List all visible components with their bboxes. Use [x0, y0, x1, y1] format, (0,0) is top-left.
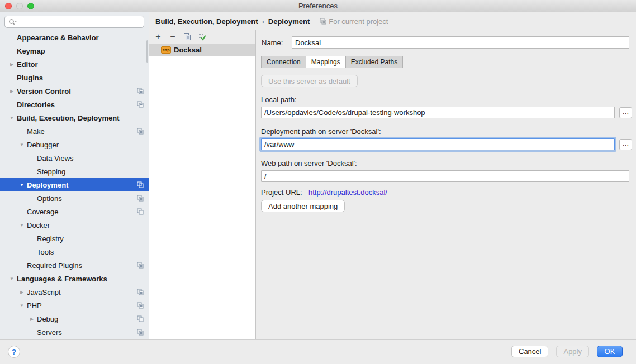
copy-server-button[interactable] — [181, 31, 193, 42]
project-url-link[interactable]: http://drupaltest.docksal/ — [308, 188, 387, 197]
sidebar-item-docker[interactable]: ▼Docker — [0, 218, 149, 232]
server-item-docksal[interactable]: sftpDocksal — [149, 44, 255, 56]
local-path-input[interactable] — [261, 107, 615, 118]
ok-button[interactable]: OK — [597, 346, 623, 357]
sidebar-item-label: Version Control — [17, 87, 71, 95]
sidebar-item-php[interactable]: ▼PHP — [0, 299, 149, 312]
tab-connection[interactable]: Connection — [261, 56, 306, 68]
zoom-window-button[interactable] — [27, 3, 34, 9]
for-current-project-icon — [137, 329, 144, 336]
chevron-right-icon[interactable]: ▶ — [17, 290, 27, 295]
sidebar-item-version-control[interactable]: ▶Version Control — [0, 84, 149, 98]
breadcrumb-current: Deployment — [268, 17, 310, 26]
sidebar-item-label: Required Plugins — [27, 261, 82, 270]
chevron-down-icon[interactable]: ▼ — [7, 276, 17, 281]
chevron-down-icon[interactable]: ▼ — [7, 116, 17, 121]
sidebar-item-keymap[interactable]: Keymap — [0, 44, 149, 58]
search-box[interactable] — [4, 16, 144, 28]
tab-mappings[interactable]: Mappings — [306, 56, 345, 68]
for-current-project-icon — [137, 289, 144, 295]
breadcrumb-parent[interactable]: Build, Execution, Deployment — [155, 17, 258, 26]
for-current-project-icon — [137, 88, 144, 94]
sftp-icon: sftp — [161, 46, 171, 54]
local-path-label: Local path: — [261, 95, 297, 104]
sidebar-item-data-views[interactable]: Data Views — [0, 151, 149, 165]
sidebar-item-appearance-behavior[interactable]: Appearance & Behavior — [0, 31, 149, 44]
chevron-right-icon[interactable]: ▶ — [7, 62, 17, 67]
for-current-project-icon — [137, 195, 144, 202]
sidebar-item-label: Stepping — [37, 167, 65, 176]
breadcrumb: Build, Execution, Deployment › Deploymen… — [149, 12, 636, 30]
apply-button[interactable]: Apply — [556, 346, 589, 357]
chevron-right-icon[interactable]: ▶ — [7, 89, 17, 94]
sidebar-item-label: JavaScript — [27, 288, 61, 296]
sidebar-item-registry[interactable]: Registry — [0, 232, 149, 245]
chevron-right-icon[interactable]: ▶ — [27, 317, 37, 322]
tab-excluded-paths[interactable]: Excluded Paths — [345, 56, 403, 68]
sidebar-item-coverage[interactable]: Coverage — [0, 205, 149, 218]
sidebar-item-label: Debug — [37, 315, 58, 323]
scope-label: For current project — [329, 17, 388, 26]
remove-server-button[interactable]: − — [167, 31, 179, 42]
sidebar-item-required-plugins[interactable]: Required Plugins — [0, 258, 149, 272]
local-path-browse-button[interactable]: … — [619, 107, 632, 118]
sidebar-item-deployment[interactable]: ▼Deployment — [0, 178, 149, 191]
copy-icon — [183, 33, 191, 41]
sidebar-item-build-execution-deployment[interactable]: ▼Build, Execution, Deployment — [0, 111, 149, 124]
deployment-path-label: Deployment path on server 'Docksal': — [261, 127, 381, 136]
sidebar-item-label: Servers — [37, 328, 62, 337]
server-item-label: Docksal — [174, 46, 202, 54]
sidebar-item-debugger[interactable]: ▼Debugger — [0, 138, 149, 151]
sidebar-item-label: Keymap — [17, 47, 45, 55]
sidebar-item-stepping[interactable]: Stepping — [0, 165, 149, 178]
for-current-project-icon — [137, 315, 144, 322]
sidebar-item-debug[interactable]: ▶Debug — [0, 312, 149, 325]
sidebar-item-options[interactable]: Options — [0, 191, 149, 205]
search-input[interactable] — [19, 18, 140, 26]
sidebar-item-label: Debugger — [27, 141, 59, 149]
settings-sidebar: Appearance & BehaviorKeymap▶EditorPlugin… — [0, 12, 149, 339]
deployment-path-input[interactable] — [261, 138, 615, 150]
use-as-default-button[interactable] — [196, 31, 208, 42]
server-list: sftpDocksal — [149, 44, 255, 56]
form-tabs: ConnectionMappingsExcluded Paths — [261, 56, 403, 68]
sidebar-item-label: Options — [37, 194, 62, 203]
plus-icon: + — [155, 32, 160, 41]
for-current-project-icon — [137, 101, 144, 108]
add-mapping-button[interactable]: Add another mapping — [261, 200, 345, 212]
chevron-down-icon[interactable]: ▼ — [17, 303, 27, 308]
sidebar-item-label: Data Views — [37, 154, 74, 162]
sidebar-item-label: Make — [27, 127, 45, 136]
chevron-down-icon[interactable]: ▼ — [17, 223, 27, 228]
sidebar-item-javascript[interactable]: ▶JavaScript — [0, 285, 149, 299]
sidebar-scrollbar[interactable] — [146, 40, 148, 63]
sidebar-item-servers[interactable]: Servers — [0, 325, 149, 339]
close-window-button[interactable] — [5, 3, 12, 9]
sidebar-item-plugins[interactable]: Plugins — [0, 71, 149, 84]
sidebar-item-directories[interactable]: Directories — [0, 98, 149, 111]
deployment-path-browse-button[interactable]: … — [619, 139, 632, 150]
help-button[interactable]: ? — [8, 346, 20, 358]
sidebar-item-editor[interactable]: ▶Editor — [0, 58, 149, 71]
minus-icon: − — [170, 32, 175, 41]
cancel-button[interactable]: Cancel — [511, 346, 548, 357]
sidebar-item-make[interactable]: Make — [0, 124, 149, 138]
breadcrumb-separator: › — [262, 17, 264, 26]
add-server-button[interactable]: + — [152, 31, 164, 42]
chevron-down-icon[interactable]: ▼ — [17, 142, 27, 147]
minimize-window-button[interactable] — [16, 3, 23, 9]
chevron-down-icon[interactable]: ▼ — [17, 183, 27, 188]
deployment-form: Name: ConnectionMappingsExcluded Paths U… — [256, 30, 636, 339]
name-input[interactable] — [292, 36, 629, 49]
web-path-input[interactable] — [261, 170, 629, 182]
sidebar-item-languages-frameworks[interactable]: ▼Languages & Frameworks — [0, 272, 149, 285]
for-current-project-icon — [137, 208, 144, 215]
sidebar-item-tools[interactable]: Tools — [0, 245, 149, 258]
footer-bar: ? Cancel Apply OK — [0, 339, 636, 364]
sidebar-item-label: Tools — [37, 248, 54, 256]
use-server-default-button[interactable]: Use this server as default — [261, 75, 358, 87]
project-url-label: Project URL: — [261, 188, 302, 197]
sidebar-item-label: PHP — [27, 301, 42, 310]
window-title: Preferences — [298, 2, 338, 10]
name-label: Name: — [262, 39, 283, 47]
